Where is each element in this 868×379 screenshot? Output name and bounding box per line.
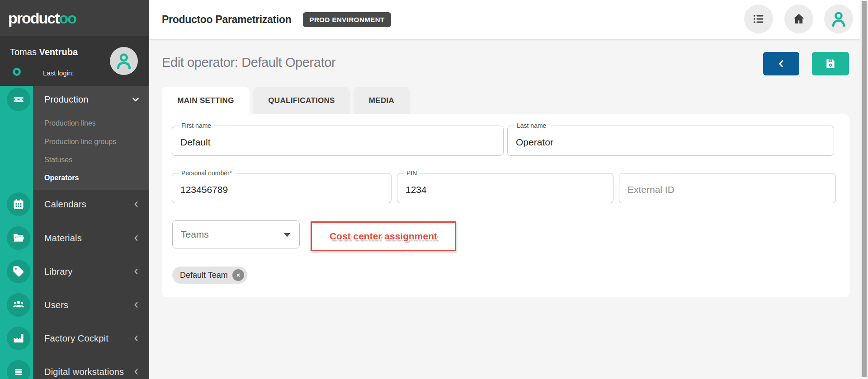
- page-title: Edit operator: Default Operator: [162, 55, 335, 70]
- sidebar-item-users[interactable]: Users: [44, 296, 141, 314]
- annotation-highlight-box: Cost center assignment: [311, 221, 456, 251]
- user-name: Tomas Ventruba: [10, 47, 78, 57]
- sidebar-item-factory-cockpit[interactable]: Factory Cockpit: [44, 329, 141, 347]
- last-name-label: Last name: [514, 122, 549, 129]
- sidebar-item-label: Users: [44, 300, 68, 310]
- chevron-left-icon: [775, 58, 787, 70]
- production-icon-circle[interactable]: [7, 88, 30, 111]
- user-block: Tomas Ventruba Last login:: [0, 36, 149, 86]
- teams-select-label: Teams: [181, 229, 209, 240]
- logo-text-accent: oo: [59, 9, 76, 27]
- home-button[interactable]: [784, 5, 813, 33]
- person-icon: [830, 10, 847, 28]
- chevron-left-icon: [131, 333, 141, 343]
- sidebar-item-label: Digital workstations: [44, 367, 124, 377]
- first-name-input[interactable]: [172, 126, 503, 155]
- app-title: Productoo Parametrization: [162, 14, 291, 26]
- annotation-text: Cost center assignment: [330, 231, 437, 242]
- last-login-label: Last login:: [43, 69, 74, 77]
- home-icon: [792, 12, 806, 26]
- external-id-input[interactable]: [619, 173, 835, 203]
- tab-qualifications[interactable]: QUALIFICATIONS: [253, 87, 350, 114]
- chevron-left-icon: [131, 300, 141, 310]
- save-icon: [825, 58, 836, 70]
- factory-icon: [12, 332, 25, 345]
- app-screen: productoo Tomas Ventruba Last login: Pro…: [0, 0, 868, 379]
- sidebar-item-label: Materials: [44, 233, 82, 243]
- sidebar-item-calendars[interactable]: Calendars: [44, 195, 141, 213]
- sidebar-item-label: Factory Cockpit: [44, 333, 108, 344]
- pin-field-wrapper: PIN: [397, 173, 613, 203]
- calendar-icon: [12, 198, 25, 211]
- sidebar-item-label: Library: [44, 267, 73, 277]
- close-icon: [235, 271, 242, 279]
- calendars-icon-circle[interactable]: [7, 192, 30, 216]
- conveyor-icon: [12, 93, 25, 106]
- logo-text-main: product: [8, 9, 59, 27]
- tab-media[interactable]: MEDIA: [354, 87, 410, 114]
- scrollbar-thumb[interactable]: [862, 1, 867, 377]
- environment-badge: PROD ENVIRONMENT: [303, 12, 391, 27]
- users-icon-circle[interactable]: [7, 293, 30, 317]
- save-button[interactable]: [812, 52, 849, 75]
- sidebar-item-library[interactable]: Library: [44, 262, 141, 281]
- workstations-icon: [12, 365, 25, 378]
- top-bar: Productoo Parametrization PROD ENVIRONME…: [149, 0, 868, 39]
- sidebar-item-statuses[interactable]: Statuses: [44, 154, 72, 166]
- tab-main-setting[interactable]: MAIN SETTING: [162, 87, 250, 114]
- back-button[interactable]: [763, 52, 799, 75]
- profile-button[interactable]: [824, 5, 853, 33]
- main-content: Edit operator: Default Operator MAIN SET…: [149, 39, 868, 379]
- factory-cockpit-icon-circle[interactable]: [7, 327, 30, 350]
- sidebar-item-materials[interactable]: Materials: [44, 229, 141, 247]
- folder-open-icon: [12, 232, 25, 244]
- sidebar-item-label: Calendars: [44, 199, 86, 210]
- personal-number-label: Personal number*: [179, 169, 235, 177]
- productoo-logo[interactable]: productoo: [8, 9, 76, 27]
- pin-label: PIN: [404, 169, 420, 177]
- team-chip: Default Team: [172, 267, 247, 284]
- last-name-field-wrapper: Last name: [507, 126, 834, 156]
- personal-number-input[interactable]: [172, 173, 391, 203]
- sidebar-item-label: Production: [44, 94, 89, 105]
- chevron-left-icon: [131, 267, 141, 276]
- sidebar-item-production-line-groups[interactable]: Production line groups: [44, 136, 116, 148]
- user-first-name: Tomas: [10, 47, 37, 57]
- chevron-left-icon: [131, 199, 141, 209]
- status-donut-icon: [13, 68, 21, 76]
- user-avatar[interactable]: [110, 47, 138, 75]
- sidebar-item-production-lines[interactable]: Production lines: [44, 117, 96, 129]
- last-name-input[interactable]: [508, 126, 834, 155]
- materials-icon-circle[interactable]: [7, 226, 30, 250]
- external-id-field-wrapper: [619, 173, 836, 203]
- library-icon-circle[interactable]: [7, 260, 30, 283]
- users-icon: [12, 299, 25, 311]
- chevron-down-icon: [130, 94, 141, 105]
- menu-list-button[interactable]: [744, 5, 773, 33]
- logo-block: productoo: [0, 0, 149, 36]
- personal-number-field-wrapper: Personal number*: [172, 173, 392, 203]
- chip-remove-button[interactable]: [232, 269, 244, 281]
- chevron-left-icon: [131, 367, 141, 377]
- chevron-left-icon: [131, 233, 141, 243]
- user-last-name: Ventruba: [39, 47, 78, 57]
- dropdown-arrow-icon: [284, 233, 290, 237]
- tag-icon: [12, 265, 25, 278]
- person-icon: [115, 52, 133, 70]
- first-name-label: First name: [179, 122, 214, 129]
- first-name-field-wrapper: First name: [172, 126, 504, 156]
- form-card: First name Last name Personal number* PI…: [162, 114, 850, 297]
- vertical-scrollbar[interactable]: [860, 0, 868, 379]
- sidebar: productoo Tomas Ventruba Last login: Pro…: [0, 0, 149, 379]
- team-chip-label: Default Team: [180, 271, 228, 280]
- teams-select[interactable]: Teams: [172, 220, 300, 248]
- sidebar-item-production[interactable]: Production: [44, 90, 141, 108]
- pin-input[interactable]: [397, 173, 613, 203]
- sidebar-item-operators[interactable]: Operators: [44, 172, 79, 184]
- list-icon: [752, 13, 765, 25]
- sidebar-item-digital-workstations[interactable]: Digital workstations: [44, 363, 141, 379]
